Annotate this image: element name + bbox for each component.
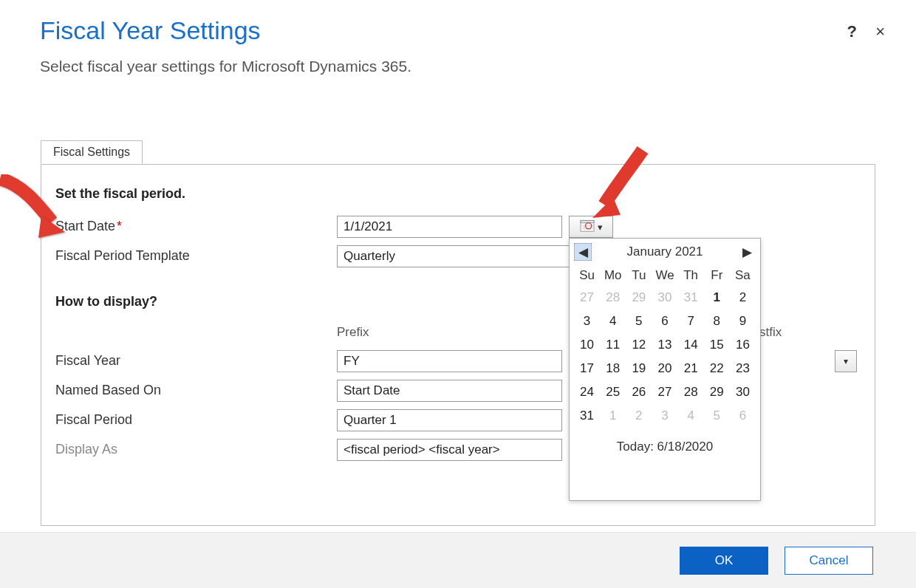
calendar-day[interactable]: 30 bbox=[730, 380, 756, 404]
calendar-day[interactable]: 30 bbox=[652, 286, 677, 310]
calendar-day[interactable]: 23 bbox=[730, 357, 756, 380]
fiscal-period-select[interactable] bbox=[337, 409, 562, 431]
calendar-day[interactable]: 2 bbox=[730, 286, 756, 310]
calendar-day[interactable]: 31 bbox=[678, 286, 704, 310]
postfix-dropdown[interactable]: ▾ bbox=[835, 350, 857, 372]
label-named-based-on: Named Based On bbox=[55, 383, 161, 398]
calendar-day[interactable]: 4 bbox=[678, 404, 704, 428]
calendar-weekday-header: Mo bbox=[600, 265, 626, 286]
date-picker-popup: ◀ January 2021 ▶ SuMoTuWeThFrSa272829303… bbox=[569, 238, 761, 501]
calendar-day[interactable]: 22 bbox=[704, 357, 730, 380]
calendar-day[interactable]: 29 bbox=[704, 380, 730, 404]
calendar-day[interactable]: 24 bbox=[574, 380, 600, 404]
calendar-day[interactable]: 28 bbox=[678, 380, 704, 404]
calendar-weekday-header: Th bbox=[678, 265, 704, 286]
label-prefix: Prefix bbox=[337, 325, 369, 340]
calendar-day[interactable]: 3 bbox=[652, 404, 677, 428]
calendar-day[interactable]: 11 bbox=[600, 333, 626, 357]
calendar-day[interactable]: 14 bbox=[678, 333, 704, 357]
calendar-day[interactable]: 8 bbox=[704, 310, 730, 333]
calendar-day[interactable]: 6 bbox=[652, 310, 677, 333]
fiscal-year-prefix-input[interactable] bbox=[337, 350, 562, 372]
label-template: Fiscal Period Template bbox=[55, 248, 190, 264]
calendar-day[interactable]: 18 bbox=[600, 357, 626, 380]
display-as-select[interactable] bbox=[337, 439, 562, 461]
calendar-next-month[interactable]: ▶ bbox=[738, 243, 756, 261]
calendar-day[interactable]: 6 bbox=[730, 404, 756, 428]
calendar-day[interactable]: 7 bbox=[678, 310, 704, 333]
ok-button[interactable]: OK bbox=[680, 547, 768, 575]
close-icon[interactable]: × bbox=[875, 22, 885, 41]
page-subtitle: Select fiscal year settings for Microsof… bbox=[40, 58, 411, 75]
calendar-weekday-header: Tu bbox=[626, 265, 652, 286]
annotation-arrow-start-date bbox=[0, 170, 66, 244]
calendar-grid: SuMoTuWeThFrSa27282930311234567891011121… bbox=[570, 265, 760, 428]
calendar-weekday-header: We bbox=[652, 265, 677, 286]
calendar-day[interactable]: 27 bbox=[574, 286, 600, 310]
calendar-day[interactable]: 19 bbox=[626, 357, 652, 380]
calendar-day[interactable]: 1 bbox=[704, 286, 730, 310]
calendar-day[interactable]: 3 bbox=[574, 310, 600, 333]
calendar-day[interactable]: 15 bbox=[704, 333, 730, 357]
calendar-day[interactable]: 5 bbox=[704, 404, 730, 428]
named-based-on-select[interactable] bbox=[337, 380, 562, 402]
page-title: Fiscal Year Settings bbox=[40, 16, 261, 45]
calendar-month-title[interactable]: January 2021 bbox=[592, 245, 738, 259]
calendar-day[interactable]: 31 bbox=[574, 404, 600, 428]
calendar-today-link[interactable]: Today: 6/18/2020 bbox=[570, 428, 760, 462]
calendar-day[interactable]: 10 bbox=[574, 333, 600, 357]
calendar-day[interactable]: 26 bbox=[626, 380, 652, 404]
calendar-weekday-header: Fr bbox=[704, 265, 730, 286]
calendar-day[interactable]: 17 bbox=[574, 357, 600, 380]
calendar-day[interactable]: 16 bbox=[730, 333, 756, 357]
cancel-button[interactable]: Cancel bbox=[785, 547, 873, 575]
start-date-input[interactable] bbox=[337, 216, 562, 238]
calendar-day[interactable]: 1 bbox=[600, 404, 626, 428]
calendar-day[interactable]: 13 bbox=[652, 333, 677, 357]
calendar-day[interactable]: 27 bbox=[652, 380, 677, 404]
label-display-as: Display As bbox=[55, 442, 117, 457]
calendar-day[interactable]: 9 bbox=[730, 310, 756, 333]
calendar-day[interactable]: 29 bbox=[626, 286, 652, 310]
help-icon[interactable]: ? bbox=[847, 22, 857, 41]
label-postfix: stfix bbox=[759, 325, 782, 340]
calendar-day[interactable]: 5 bbox=[626, 310, 652, 333]
section-set-period: Set the fiscal period. bbox=[55, 186, 185, 202]
template-select[interactable] bbox=[337, 245, 587, 267]
calendar-day[interactable]: 20 bbox=[652, 357, 677, 380]
calendar-prev-month[interactable]: ◀ bbox=[574, 243, 592, 261]
calendar-day[interactable]: 12 bbox=[626, 333, 652, 357]
calendar-day[interactable]: 21 bbox=[678, 357, 704, 380]
calendar-day[interactable]: 4 bbox=[600, 310, 626, 333]
label-fiscal-year: Fiscal Year bbox=[55, 353, 120, 369]
calendar-day[interactable]: 28 bbox=[600, 286, 626, 310]
calendar-weekday-header: Su bbox=[574, 265, 600, 286]
calendar-day[interactable]: 25 bbox=[600, 380, 626, 404]
section-how-display: How to display? bbox=[55, 294, 157, 310]
label-fiscal-period: Fiscal Period bbox=[55, 412, 132, 428]
calendar-day[interactable]: 2 bbox=[626, 404, 652, 428]
annotation-arrow-datepicker bbox=[591, 144, 665, 225]
footer-bar bbox=[0, 532, 916, 588]
tab-fiscal-settings[interactable]: Fiscal Settings bbox=[41, 140, 143, 164]
calendar-weekday-header: Sa bbox=[730, 265, 756, 286]
